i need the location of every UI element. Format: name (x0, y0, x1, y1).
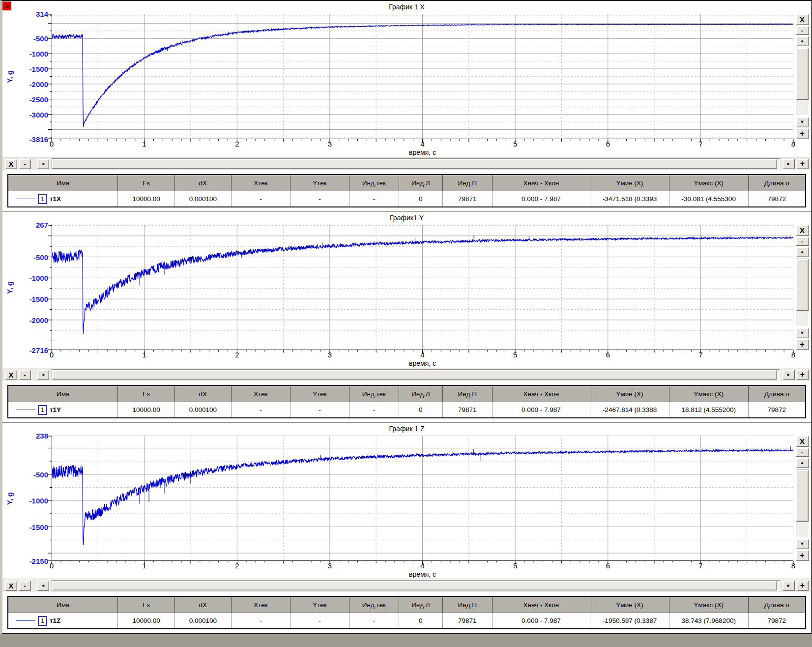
column-header[interactable]: Xтек (231, 175, 290, 191)
column-header[interactable]: Yмин (X) (590, 596, 669, 613)
column-header[interactable]: Имя (8, 175, 118, 191)
table-row[interactable]: 1т1Z10000.000.000100---0798710.000 - 7.9… (8, 613, 806, 629)
table-cell[interactable]: 38.743 (7.968200) (669, 613, 748, 629)
table-cell[interactable]: 10000.00 (118, 191, 174, 207)
table-cell[interactable]: 0.000 - 7.987 (492, 402, 590, 418)
zoom-in-y-button[interactable]: + (796, 339, 809, 350)
column-header[interactable]: dX (174, 385, 231, 402)
close-button[interactable]: X (796, 436, 809, 447)
signal-name-cell[interactable]: 1т1X (8, 191, 118, 207)
table-cell[interactable]: 0 (399, 613, 442, 629)
v-scrollbar-track[interactable] (796, 48, 809, 116)
zoom-out-y-button[interactable]: - (796, 26, 809, 35)
column-header[interactable]: Yмакс (X) (669, 596, 748, 613)
table-cell[interactable]: 0 (399, 402, 442, 418)
scroll-down-icon[interactable]: ▼ (796, 539, 809, 549)
scroll-left-icon[interactable]: ◄ (37, 370, 49, 380)
column-header[interactable]: Xтек (231, 385, 290, 402)
h-scrollbar-thumb[interactable] (52, 581, 777, 590)
table-row[interactable]: 1т1Y10000.000.000100---0798710.000 - 7.9… (8, 402, 806, 418)
table-cell[interactable]: - (349, 613, 399, 629)
column-header[interactable]: Имя (8, 596, 118, 613)
table-cell[interactable]: 0.000100 (174, 402, 231, 418)
column-header[interactable]: Хнач - Хкон (492, 596, 590, 613)
column-header[interactable]: dX (174, 596, 231, 613)
table-cell[interactable]: 79871 (442, 402, 492, 418)
column-header[interactable]: Инд.тек (349, 385, 399, 402)
zoom-out-y-button[interactable]: - (796, 237, 809, 246)
zoom-in-y-button[interactable]: + (796, 128, 809, 139)
column-header[interactable]: Xтек (231, 596, 290, 613)
close-button[interactable]: X (5, 159, 17, 169)
scroll-down-icon[interactable]: ▼ (796, 117, 809, 127)
zoom-in-x-button[interactable]: + (796, 159, 809, 169)
column-header[interactable]: Длина о (748, 385, 806, 402)
zoom-out-y-button[interactable]: - (796, 448, 809, 457)
table-row[interactable]: 1т1X10000.000.000100---0798710.000 - 7.9… (8, 191, 806, 207)
column-header[interactable]: Yмин (X) (590, 385, 669, 402)
zoom-out-x-button[interactable]: - (19, 159, 31, 169)
table-cell[interactable]: 10000.00 (118, 402, 174, 418)
scroll-right-icon[interactable]: ► (783, 581, 795, 591)
column-header[interactable]: Инд.тек (349, 175, 399, 191)
legend-index-box[interactable]: 1 (38, 194, 47, 204)
column-header[interactable]: Yмакс (X) (669, 175, 748, 191)
scroll-up-icon[interactable]: ▲ (796, 458, 809, 468)
column-header[interactable]: Инд.П (442, 175, 492, 191)
column-header[interactable]: Инд.П (442, 596, 492, 613)
table-cell[interactable]: - (231, 191, 290, 207)
scroll-right-icon[interactable]: ► (783, 159, 795, 169)
zoom-in-x-button[interactable]: + (796, 370, 809, 380)
column-header[interactable]: Инд.П (442, 385, 492, 402)
table-cell[interactable]: -2467.814 (0.3388 (590, 402, 669, 418)
table-cell[interactable]: 10000.00 (118, 613, 174, 629)
column-header[interactable]: Fs (118, 175, 174, 191)
scroll-left-icon[interactable]: ◄ (37, 581, 49, 591)
table-cell[interactable]: 79872 (748, 613, 806, 629)
column-header[interactable]: Хнач - Хкон (492, 175, 590, 191)
h-scrollbar-track[interactable] (52, 580, 780, 591)
table-cell[interactable]: 0.000100 (174, 191, 231, 207)
column-header[interactable]: Yтек (290, 175, 349, 191)
signal-name-cell[interactable]: 1т1Z (8, 613, 118, 629)
scroll-left-icon[interactable]: ◄ (37, 159, 49, 169)
table-cell[interactable]: - (290, 191, 349, 207)
column-header[interactable]: Инд.Л (399, 596, 442, 613)
zoom-out-x-button[interactable]: - (19, 581, 31, 591)
table-cell[interactable]: - (290, 613, 349, 629)
v-scrollbar-thumb[interactable] (796, 48, 809, 100)
h-scrollbar-thumb[interactable] (52, 370, 777, 380)
zoom-in-y-button[interactable]: + (796, 550, 809, 561)
table-cell[interactable]: - (290, 402, 349, 418)
table-cell[interactable]: 0 (399, 191, 442, 207)
close-button[interactable]: X (796, 225, 809, 236)
legend-index-box[interactable]: 1 (38, 405, 47, 415)
table-cell[interactable]: 18.812 (4.555200) (669, 402, 748, 418)
h-scrollbar-track[interactable] (52, 369, 780, 380)
column-header[interactable]: dX (174, 175, 231, 191)
table-cell[interactable]: 79871 (442, 613, 492, 629)
column-header[interactable]: Имя (8, 385, 118, 402)
close-button[interactable]: X (796, 14, 809, 25)
table-cell[interactable]: 79872 (748, 402, 806, 418)
column-header[interactable]: Yмин (X) (590, 175, 669, 191)
column-header[interactable]: Длина о (748, 596, 806, 613)
column-header[interactable]: Инд.Л (399, 385, 442, 402)
column-header[interactable]: Длина о (748, 175, 806, 191)
scroll-down-icon[interactable]: ▼ (796, 328, 809, 338)
column-header[interactable]: Хнач - Хкон (492, 385, 590, 402)
close-button[interactable]: X (5, 581, 17, 591)
column-header[interactable]: Fs (118, 596, 174, 613)
column-header[interactable]: Yтек (290, 385, 349, 402)
column-header[interactable]: Инд.тек (349, 596, 399, 613)
plot-area[interactable] (52, 14, 793, 139)
zoom-out-x-button[interactable]: - (19, 370, 31, 380)
table-cell[interactable]: - (231, 402, 290, 418)
table-cell[interactable]: 79872 (748, 191, 806, 207)
table-cell[interactable]: - (349, 402, 399, 418)
legend-index-box[interactable]: 1 (38, 616, 47, 626)
scroll-up-icon[interactable]: ▲ (796, 36, 809, 46)
table-cell[interactable]: -1950.597 (0.3387 (590, 613, 669, 629)
v-scrollbar-thumb[interactable] (796, 259, 809, 311)
v-scrollbar-track[interactable] (796, 470, 809, 537)
